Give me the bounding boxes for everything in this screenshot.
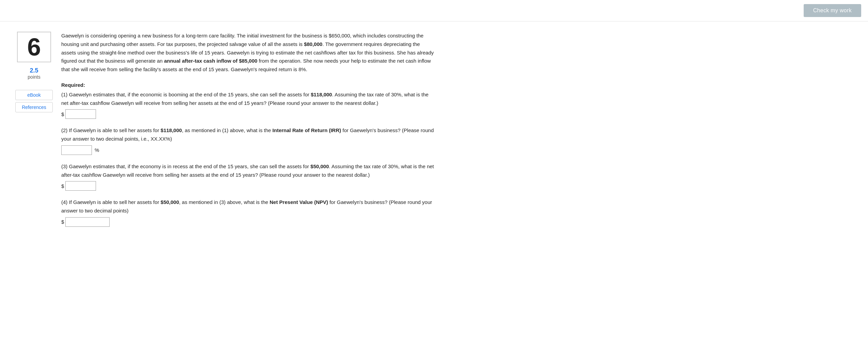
- q2-percent-sign: %: [95, 147, 99, 153]
- intro-paragraph: Gaewelyn is considering opening a new bu…: [61, 32, 436, 74]
- question-1-block: (1) Gaewelyn estimates that, if the econ…: [61, 91, 436, 119]
- question-content: Gaewelyn is considering opening a new bu…: [61, 28, 436, 234]
- question-number: 6: [27, 35, 41, 59]
- check-my-work-button[interactable]: Check my work: [804, 4, 861, 17]
- q2-bold-label: Internal Rate of Return (IRR): [272, 127, 341, 133]
- q2-answer-input[interactable]: [61, 145, 92, 155]
- q1-answer-row: $: [61, 109, 436, 119]
- q4-answer-row: $: [61, 217, 436, 227]
- q3-answer-row: $: [61, 181, 436, 191]
- top-bar: Check my work: [0, 0, 868, 21]
- q2-text: (2) If Gaewelyn is able to sell her asse…: [61, 127, 434, 142]
- main-content: 6 2.5 points eBook References Gaewelyn i…: [0, 21, 868, 241]
- q4-bold-amount: $50,000: [161, 199, 179, 205]
- points-label: points: [28, 74, 40, 80]
- q1-dollar-sign: $: [61, 111, 64, 117]
- q1-answer-input[interactable]: [65, 109, 96, 119]
- q4-answer-input[interactable]: [65, 217, 110, 227]
- question-3-block: (3) Gaewelyn estimates that, if the econ…: [61, 162, 436, 191]
- q3-bold-amount: $50,000: [310, 163, 329, 169]
- required-label: Required:: [61, 82, 436, 88]
- q2-answer-row: %: [61, 145, 436, 155]
- q3-dollar-sign: $: [61, 183, 64, 189]
- question-number-box: 6: [17, 32, 51, 62]
- q1-text: (1) Gaewelyn estimates that, if the econ…: [61, 92, 429, 106]
- ebook-button[interactable]: eBook: [15, 90, 53, 100]
- q3-text: (3) Gaewelyn estimates that, if the econ…: [61, 163, 434, 178]
- q1-bold-amount: $118,000: [311, 92, 332, 97]
- q3-answer-input[interactable]: [65, 181, 96, 191]
- sidebar-buttons: eBook References: [14, 90, 54, 112]
- references-button[interactable]: References: [15, 102, 53, 112]
- left-panel: 6 2.5 points eBook References: [14, 28, 54, 234]
- question-2-block: (2) If Gaewelyn is able to sell her asse…: [61, 126, 436, 155]
- q2-bold-amount: $118,000: [161, 127, 182, 133]
- q4-text: (4) If Gaewelyn is able to sell her asse…: [61, 199, 432, 213]
- question-4-block: (4) If Gaewelyn is able to sell her asse…: [61, 198, 436, 227]
- page-wrapper: Check my work 6 2.5 points eBook Referen…: [0, 0, 868, 348]
- points-section: 2.5 points: [28, 67, 40, 80]
- points-value: 2.5: [28, 67, 40, 74]
- q4-dollar-sign: $: [61, 219, 64, 225]
- q4-bold-label: Net Present Value (NPV): [270, 199, 328, 205]
